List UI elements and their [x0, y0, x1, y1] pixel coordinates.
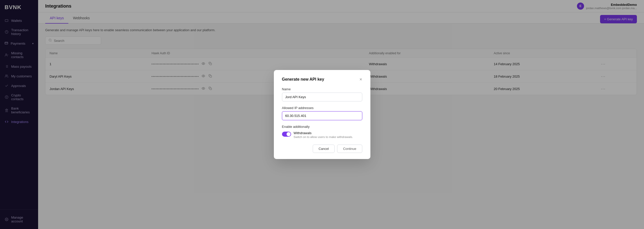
- modal-header: Generate new API key ×: [282, 77, 362, 82]
- continue-button[interactable]: Continue: [337, 145, 362, 153]
- enable-label: Enable additionally: [282, 125, 362, 129]
- enable-form-group: Enable additionally Withdrawals Switch o…: [282, 125, 362, 138]
- ip-label: Allowed IP addresses: [282, 106, 362, 110]
- name-form-group: Name: [282, 87, 362, 101]
- withdrawals-toggle[interactable]: [282, 132, 291, 137]
- toggle-text: Withdrawals Switch on to allow users to …: [294, 131, 353, 138]
- toggle-row: Withdrawals Switch on to allow users to …: [282, 131, 362, 138]
- toggle-title: Withdrawals: [294, 131, 353, 135]
- ip-input[interactable]: [282, 111, 362, 120]
- toggle-desc: Switch on to allow users to make withdra…: [294, 135, 353, 138]
- cancel-button[interactable]: Cancel: [313, 145, 335, 153]
- ip-form-group: Allowed IP addresses: [282, 106, 362, 120]
- name-input[interactable]: [282, 93, 362, 101]
- generate-api-key-modal: Generate new API key × Name Allowed IP a…: [274, 70, 370, 159]
- modal-title: Generate new API key: [282, 77, 324, 82]
- toggle-slider: [282, 132, 291, 137]
- modal-close-button[interactable]: ×: [359, 77, 362, 82]
- modal-footer: Cancel Continue: [282, 145, 362, 153]
- modal-overlay: Generate new API key × Name Allowed IP a…: [0, 0, 644, 229]
- name-label: Name: [282, 87, 362, 91]
